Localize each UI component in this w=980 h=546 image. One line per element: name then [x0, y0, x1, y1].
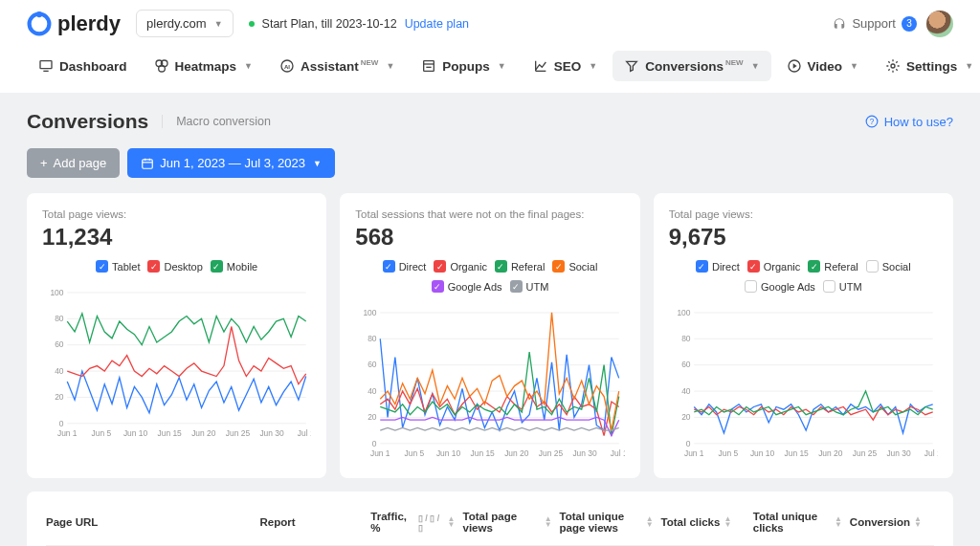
svg-text:0: 0 [372, 439, 377, 448]
checkbox-icon[interactable]: ✓ [808, 260, 820, 273]
column-header[interactable]: Report [260, 511, 364, 534]
monitor-icon [38, 58, 54, 74]
logo[interactable]: plerdy [27, 11, 121, 36]
nav-label: Heatmaps [175, 59, 237, 74]
nav-item-conversions[interactable]: ConversionsNEW ▼ [612, 51, 770, 81]
sort-icon: ▲▼ [724, 516, 731, 528]
svg-text:100: 100 [677, 308, 690, 317]
chevron-down-icon: ▼ [498, 61, 506, 71]
legend-item[interactable]: ✓Direct [696, 260, 740, 273]
column-header[interactable]: Page URL [46, 511, 253, 534]
column-header[interactable]: Conversion ▲▼ [850, 511, 934, 534]
svg-text:0: 0 [59, 419, 64, 428]
nav-item-popups[interactable]: Popups ▼ [410, 51, 517, 81]
chart-card-2: Total page views: 9,675 ✓Direct✓Organic✓… [654, 193, 953, 478]
column-header[interactable]: Total clicks ▲▼ [661, 511, 746, 534]
svg-text:60: 60 [681, 360, 691, 369]
column-header[interactable]: Total page views ▲▼ [463, 511, 552, 534]
page-subtitle: Macro conversion [162, 115, 271, 128]
svg-text:Jun 10: Jun 10 [123, 428, 148, 438]
sort-icon: ▲▼ [545, 516, 552, 528]
svg-point-16 [891, 64, 895, 68]
checkbox-icon[interactable]: ✓ [747, 260, 760, 273]
checkbox-icon[interactable]: ✓ [96, 260, 108, 273]
headset-icon [833, 17, 846, 31]
legend-item[interactable]: ✓UTM [510, 280, 549, 293]
how-to-link[interactable]: ? How to use? [865, 115, 953, 129]
checkbox-icon[interactable]: ✓ [552, 260, 565, 273]
column-header[interactable]: Total unique clicks ▲▼ [753, 511, 842, 534]
nav-item-assistant[interactable]: AI AssistantNEW ▼ [268, 51, 406, 81]
svg-text:Jun 20: Jun 20 [191, 428, 216, 438]
domain-selector[interactable]: plerdy.com ▼ [136, 10, 234, 37]
nav-label: Settings [906, 59, 957, 74]
card-value: 9,675 [669, 224, 938, 251]
svg-text:Jul 1: Jul 1 [298, 428, 312, 438]
svg-text:60: 60 [55, 339, 64, 349]
chart-card-0: Total page views: 11,234 ✓Tablet✓Desktop… [27, 193, 326, 478]
play-icon [787, 58, 802, 74]
domain-label: plerdy.com [146, 16, 207, 31]
legend-item[interactable]: ✓Organic [434, 260, 487, 273]
svg-text:AI: AI [284, 64, 290, 70]
legend-item[interactable]: Social [866, 260, 911, 273]
svg-text:20: 20 [681, 412, 691, 422]
legend-item[interactable]: ✓Social [552, 260, 597, 273]
add-page-button[interactable]: + Add page [27, 148, 120, 178]
svg-point-6 [158, 65, 165, 72]
nav-label: AssistantNEW [301, 58, 378, 74]
legend-item[interactable]: ✓Mobile [211, 260, 257, 273]
sort-icon: ▲▼ [646, 516, 654, 528]
support-link[interactable]: Support 3 [833, 16, 917, 32]
nav-item-video[interactable]: Video ▼ [775, 51, 870, 81]
checkbox-icon[interactable]: ✓ [434, 260, 446, 273]
update-plan-link[interactable]: Update plan [405, 17, 469, 31]
svg-text:Jun 5: Jun 5 [92, 428, 112, 438]
legend-item[interactable]: ✓Google Ads [432, 280, 502, 293]
avatar[interactable] [926, 11, 953, 37]
checkbox-icon[interactable] [823, 280, 835, 293]
checkbox-icon[interactable]: ✓ [495, 260, 507, 273]
checkbox-icon[interactable]: ✓ [383, 260, 395, 273]
svg-text:20: 20 [55, 392, 64, 402]
svg-text:Jun 30: Jun 30 [259, 428, 284, 438]
svg-text:Jun 25: Jun 25 [226, 428, 251, 438]
legend-item[interactable]: ✓Tablet [96, 260, 140, 273]
checkbox-icon[interactable]: ✓ [432, 280, 444, 293]
legend-item[interactable]: Google Ads [745, 280, 815, 293]
svg-text:?: ? [869, 118, 874, 126]
logo-icon [27, 11, 52, 36]
chart: 020406080100Jun 1Jun 5Jun 10Jun 15Jun 20… [669, 302, 938, 465]
checkbox-icon[interactable]: ✓ [211, 260, 223, 273]
nav-item-settings[interactable]: Settings ▼ [874, 51, 980, 81]
card-value: 11,234 [42, 224, 311, 251]
nav-item-dashboard[interactable]: Dashboard [27, 51, 139, 81]
legend-item[interactable]: UTM [823, 280, 862, 293]
legend-item[interactable]: ✓Referal [808, 260, 858, 273]
column-header[interactable]: Traffic, %▯ / ▯ / ▯ ▲▼ [370, 511, 455, 534]
nav-item-heatmaps[interactable]: Heatmaps ▼ [143, 51, 264, 81]
checkbox-icon[interactable] [866, 260, 879, 273]
checkbox-icon[interactable]: ✓ [147, 260, 160, 273]
svg-text:Jun 1: Jun 1 [684, 448, 704, 458]
svg-text:Jun 25: Jun 25 [539, 448, 564, 458]
legend-item[interactable]: ✓Organic [747, 260, 801, 273]
svg-text:Jun 5: Jun 5 [718, 448, 738, 458]
gear-icon [885, 58, 901, 74]
svg-text:80: 80 [681, 334, 691, 343]
legend-item[interactable]: ✓Direct [383, 260, 427, 273]
legend-item[interactable]: ✓Desktop [147, 260, 202, 273]
checkbox-icon[interactable] [745, 280, 757, 293]
date-range-button[interactable]: Jun 1, 2023 — Jul 3, 2023 ▼ [127, 148, 335, 178]
nav-label: SEO [554, 59, 582, 74]
svg-text:20: 20 [368, 412, 377, 422]
checkbox-icon[interactable]: ✓ [510, 280, 523, 293]
svg-text:Jun 10: Jun 10 [436, 448, 461, 458]
support-count-badge: 3 [902, 16, 917, 32]
chart: 020406080100Jun 1Jun 5Jun 10Jun 15Jun 20… [355, 302, 624, 465]
svg-text:Jun 1: Jun 1 [57, 428, 78, 438]
checkbox-icon[interactable]: ✓ [696, 260, 708, 273]
legend-item[interactable]: ✓Referal [495, 260, 545, 273]
nav-item-seo[interactable]: SEO ▼ [522, 51, 609, 81]
column-header[interactable]: Total unique page views ▲▼ [560, 511, 654, 534]
